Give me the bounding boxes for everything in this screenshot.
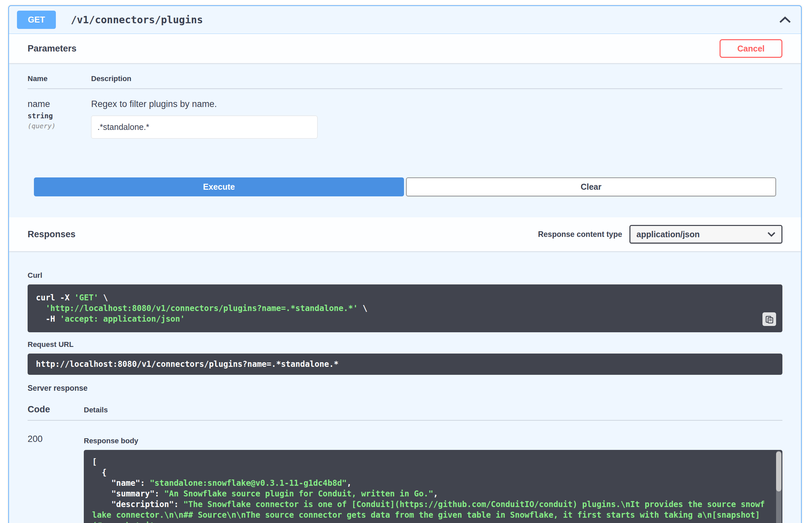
- curl-command-block: curl -X 'GET' \ 'http://localhost:8080/v…: [28, 285, 782, 332]
- response-body-block: [ { "name": "standalone:snowflake@v0.3.1…: [84, 450, 782, 523]
- parameters-body: Name Description name string (query) Reg…: [9, 63, 801, 217]
- selected-content-type: application/json: [636, 230, 700, 239]
- curl-label: Curl: [28, 271, 782, 280]
- opblock-summary[interactable]: GET /v1/connectors/plugins: [9, 6, 801, 34]
- parameters-table-header: Name Description: [28, 63, 782, 89]
- parameter-name: name: [28, 99, 91, 109]
- response-body-label: Response body: [84, 437, 782, 445]
- server-response-label: Server response: [28, 384, 782, 393]
- server-response-table-header: Code Details: [28, 404, 782, 421]
- column-header-description: Description: [91, 74, 782, 83]
- response-content-type-label: Response content type: [538, 230, 622, 239]
- method-badge: GET: [17, 11, 56, 29]
- responses-header: Responses Response content type applicat…: [9, 217, 801, 251]
- parameter-description-cell: Regex to filter plugins by name.: [91, 99, 782, 139]
- clipboard-icon: [765, 315, 773, 324]
- responses-body: Curl curl -X 'GET' \ 'http://localhost:8…: [9, 251, 801, 523]
- chevron-down-icon: [767, 232, 775, 237]
- execute-row: Execute Clear: [34, 177, 776, 196]
- parameter-row: name string (query) Regex to filter plug…: [28, 89, 782, 139]
- parameters-title: Parameters: [28, 43, 76, 54]
- scrollbar-thumb[interactable]: [776, 452, 781, 491]
- parameter-name-cell: name string (query): [28, 99, 91, 130]
- content-type-group: Response content type application/json: [538, 225, 782, 244]
- parameter-type: string: [28, 112, 91, 120]
- request-url-label: Request URL: [28, 340, 782, 349]
- copy-button[interactable]: [762, 312, 776, 326]
- column-header-name: Name: [28, 74, 91, 83]
- execute-button[interactable]: Execute: [34, 177, 404, 196]
- endpoint-path: /v1/connectors/plugins: [71, 14, 203, 25]
- response-details-cell: Response body [ { "name": "standalone:sn…: [84, 432, 782, 523]
- parameters-header: Parameters Cancel: [9, 34, 801, 63]
- chevron-up-icon: [779, 16, 791, 23]
- param-name-input[interactable]: [91, 115, 318, 139]
- server-response-row: 200 Response body [ { "name": "standalon…: [28, 421, 782, 523]
- parameter-description: Regex to filter plugins by name.: [91, 99, 782, 109]
- status-code: 200: [28, 432, 84, 444]
- response-body-scrollbar[interactable]: [776, 451, 781, 523]
- responses-title: Responses: [28, 229, 75, 239]
- response-content-type-select[interactable]: application/json: [630, 225, 782, 244]
- curl-command: curl -X 'GET' \ 'http://localhost:8080/v…: [36, 292, 774, 324]
- request-url-block: http://localhost:8080/v1/connectors/plug…: [28, 354, 782, 375]
- column-header-details: Details: [84, 406, 782, 414]
- swagger-page: GET /v1/connectors/plugins Parameters Ca…: [0, 5, 812, 523]
- clear-button[interactable]: Clear: [406, 177, 776, 196]
- cancel-button[interactable]: Cancel: [720, 39, 782, 58]
- collapse-button[interactable]: [777, 14, 793, 25]
- opblock-get: GET /v1/connectors/plugins Parameters Ca…: [8, 5, 802, 523]
- parameter-location: (query): [28, 122, 91, 130]
- column-header-code: Code: [28, 404, 84, 415]
- request-url-value: http://localhost:8080/v1/connectors/plug…: [36, 359, 774, 369]
- response-body: [ { "name": "standalone:snowflake@v0.3.1…: [92, 456, 767, 523]
